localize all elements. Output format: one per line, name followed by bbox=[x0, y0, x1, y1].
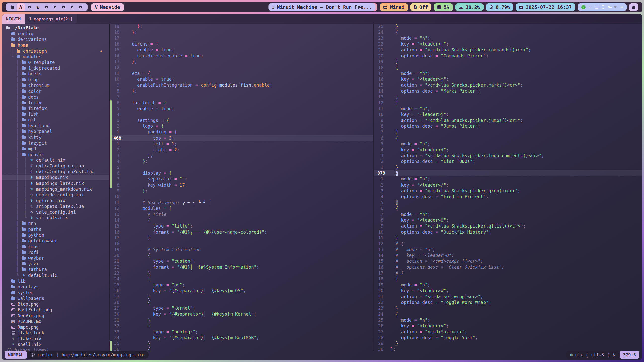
code-line[interactable]: 5 mode = "n"; bbox=[374, 141, 642, 147]
code-line[interactable]: 18 { bbox=[374, 65, 642, 71]
tree-item-btop[interactable]: │ btop bbox=[2, 77, 109, 83]
code-line[interactable]: 3 settings = { bbox=[110, 118, 373, 123]
workspace-9-square-icon[interactable] bbox=[76, 3, 85, 11]
code-line[interactable]: 8 }; bbox=[110, 88, 373, 94]
code-line[interactable]: 22 key = "<leader>:"; bbox=[374, 41, 642, 47]
tree-item-zathura[interactable]: │ zathura bbox=[2, 267, 109, 273]
code-line[interactable]: 6 display = { bbox=[110, 170, 373, 176]
code-line[interactable]: 4 options.desc = "Find in Project"; bbox=[374, 194, 642, 200]
tree-item-flake.lock[interactable]: flake.lock bbox=[2, 330, 109, 336]
code-line[interactable]: 1 left = 1; bbox=[110, 141, 373, 147]
tree-item-neovide_config.ini[interactable]: │ │ ⚙neovide_config.ini bbox=[2, 192, 109, 198]
tree-item-wallpapers[interactable]: wallpapers bbox=[2, 296, 109, 301]
clock-widget[interactable]: 2025-07-22 16:37 bbox=[516, 3, 575, 11]
tree-item-FastFetch.png[interactable]: FastFetch.png bbox=[2, 307, 109, 313]
code-line[interactable]: 25 } bbox=[374, 24, 642, 29]
tree-item-fcitx[interactable]: │ fcitx bbox=[2, 100, 109, 106]
tree-item-mappings_latex.nix[interactable]: │ │ ❄mappings_latex.nix bbox=[2, 180, 109, 186]
code-line[interactable]: 7 } bbox=[374, 129, 642, 135]
tree-item-git[interactable]: │ git bbox=[2, 117, 109, 123]
code-line[interactable]: 1 mode = "n"; bbox=[374, 176, 642, 182]
code-line[interactable]: 27 } bbox=[110, 294, 373, 300]
tree-item-rmpc[interactable]: │ rmpc bbox=[2, 244, 109, 250]
tree-item-hyprland[interactable]: │ hyprland bbox=[2, 123, 109, 129]
workspace-7-square-icon[interactable] bbox=[59, 3, 68, 11]
code-line[interactable]: 19 }; bbox=[110, 24, 373, 29]
code-line[interactable]: 28 options.desc = "Toggle Yazi"; bbox=[374, 335, 642, 341]
tab-mappings-nix[interactable]: 1 mappings.nix[2+] bbox=[25, 14, 77, 24]
code-line[interactable]: 2 options.desc = "List TODOs"; bbox=[374, 159, 642, 164]
window-icon[interactable] bbox=[595, 6, 598, 9]
code-line[interactable]: 19 } bbox=[374, 59, 642, 65]
tree-item-firefox[interactable]: │ firefox bbox=[2, 106, 109, 111]
workspace-3-square-icon[interactable] bbox=[25, 3, 34, 11]
code-line[interactable]: 19 # System Information bbox=[110, 247, 373, 253]
code-line[interactable]: 5 } bbox=[374, 200, 642, 206]
code-line[interactable]: 7 mode = "n"; bbox=[374, 212, 642, 217]
code-line[interactable]: 15 type = "title"; bbox=[110, 223, 373, 229]
code-line[interactable]: 2 logo = { bbox=[110, 123, 373, 129]
code-line[interactable]: 17 mode = "n"; bbox=[374, 71, 642, 76]
code-line[interactable]: 3 action = "<cmd>lua Snacks.picker.todo_… bbox=[374, 153, 642, 159]
code-line[interactable]: 8 options.desc = "Jumps Picker"; bbox=[374, 123, 642, 129]
code-line[interactable]: 8 key = "<leader>Q"; bbox=[374, 217, 642, 223]
tree-item-extraConfigLuaPost.lua[interactable]: │ │ ☾extraConfigLuaPost.lua bbox=[2, 169, 109, 175]
tree-item-python[interactable]: │ python bbox=[2, 232, 109, 238]
code-line[interactable]: 18 bbox=[110, 241, 373, 247]
network-widget[interactable]: Wired bbox=[380, 3, 408, 11]
code-line[interactable]: 12 { bbox=[374, 100, 642, 106]
code-line[interactable]: 13 # Title bbox=[110, 212, 373, 217]
code-line[interactable]: 24 { bbox=[374, 29, 642, 35]
tree-item-qutebrowser[interactable]: │ qutebrowser bbox=[2, 238, 109, 244]
tree-item-color[interactable]: │ color bbox=[2, 88, 109, 94]
tree-item-fish[interactable]: │ fish bbox=[2, 111, 109, 117]
tree-item-mpd[interactable]: │ mpd bbox=[2, 146, 109, 152]
code-line[interactable]: 379 { bbox=[374, 170, 642, 176]
code-line[interactable]: 34 key = "{#separator}│ {#keys}▥ BootMGR… bbox=[110, 335, 373, 341]
code-line[interactable]: 14 options.desc = "Marks Picker"; bbox=[374, 88, 642, 94]
tree-item-lazygit[interactable]: │ lazygit bbox=[2, 140, 109, 146]
tree-item-vim_opts.nix[interactable]: │ └ ❄vim_opts.nix bbox=[2, 215, 109, 221]
code-line[interactable]: 16 format = "{#1}╭─── {#}{user-name-colo… bbox=[110, 229, 373, 235]
code-line[interactable]: 16 direnv = { bbox=[110, 41, 373, 47]
tree-item-chromium[interactable]: │ chromium bbox=[2, 83, 109, 88]
code-line[interactable]: 12 modules = [ bbox=[110, 206, 373, 211]
code-line[interactable]: 15 # action = "<cmd>cexpr []<cr>"; bbox=[374, 258, 642, 264]
tree-item-nnn[interactable]: │ nnn bbox=[2, 221, 109, 227]
tree-item-0_template[interactable]: │ 0_template bbox=[2, 60, 109, 65]
code-line[interactable]: 4 bbox=[110, 112, 373, 117]
code-line[interactable]: 5 enable = true; bbox=[110, 106, 373, 112]
code-line[interactable]: 25 mode = "n"; bbox=[374, 317, 642, 323]
code-line[interactable]: 35 } bbox=[110, 341, 373, 346]
triangle-down-icon[interactable] bbox=[613, 6, 617, 8]
system-tray[interactable]: ✔≈⌨ bbox=[578, 3, 627, 11]
code-line[interactable]: 30]; bbox=[374, 347, 642, 351]
memory-widget[interactable]: 30.2% bbox=[455, 3, 484, 11]
tree-item-docs[interactable]: │ docs bbox=[2, 94, 109, 100]
tree-item-flake.nix[interactable]: ❄flake.nix bbox=[2, 336, 109, 342]
tree-item-snippets_latex.lua[interactable]: │ │ ☾snippets_latex.lua bbox=[2, 204, 109, 209]
tree-item-default.nix[interactable]: └ ❄default.nix bbox=[2, 273, 109, 278]
code-line[interactable]: 10 enable = true; bbox=[110, 76, 373, 82]
code-line[interactable]: 2 right = 2; bbox=[110, 147, 373, 153]
code-line[interactable]: 10 options.desc = "Quickfix History"; bbox=[374, 229, 642, 235]
tree-item-yazi[interactable]: │ yazi bbox=[2, 261, 109, 267]
tree-item-extraConfigLua.lua[interactable]: │ │ ☾extraConfigLua.lua bbox=[2, 163, 109, 169]
tree-item-config[interactable]: config bbox=[2, 31, 109, 37]
editor-pane-right[interactable]: 25 }24 {23 mode = "n";22 key = "<leader>… bbox=[374, 24, 642, 351]
code-line[interactable]: 6 { bbox=[374, 206, 642, 211]
tree-item-kitty[interactable]: │ kitty bbox=[2, 134, 109, 140]
code-line[interactable]: 11 # Box Drawing: ╭ ─ ╮ ╰ ╯ │ bbox=[110, 200, 373, 206]
code-line[interactable]: 1 padding = { bbox=[110, 129, 373, 135]
code-line[interactable]: 15 action = "<cmd>lua Snacks.picker.mark… bbox=[374, 82, 642, 88]
tree-item-Btop.png[interactable]: Btop.png bbox=[2, 301, 109, 307]
tree-item-README.md[interactable]: README.md bbox=[2, 319, 109, 324]
code-line[interactable]: 36 { bbox=[110, 347, 373, 351]
code-line[interactable]: 5 bbox=[110, 165, 373, 170]
code-line[interactable]: 1 } bbox=[374, 165, 642, 170]
workspace-6-square-icon[interactable] bbox=[51, 3, 59, 11]
code-line[interactable]: 21 action = "<cmd>lua Snacks.picker.comm… bbox=[374, 47, 642, 53]
code-line[interactable]: 16 # options.desc = "Clear Quickfix List… bbox=[374, 264, 642, 270]
code-line[interactable]: 24 { bbox=[374, 311, 642, 317]
tree-item-~/NixFlake[interactable]: ~/NixFlake bbox=[2, 25, 109, 31]
